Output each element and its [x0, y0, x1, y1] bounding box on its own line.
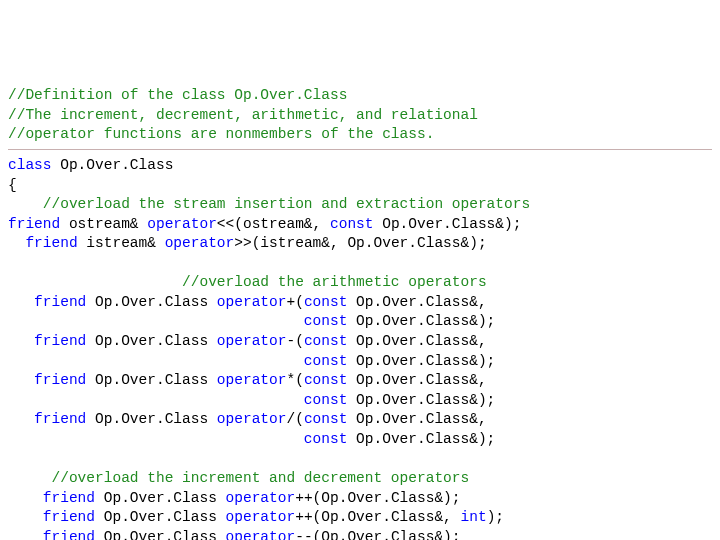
keyword-token: operator: [226, 490, 296, 506]
text-token: Op.Over.Class&,: [347, 411, 486, 427]
keyword-token: friend: [43, 509, 95, 525]
keyword-token: friend: [8, 216, 60, 232]
code-line: friend Op.Over.Class operator--(Op.Over.…: [8, 528, 712, 540]
text-token: [8, 490, 43, 506]
text-token: [8, 450, 17, 466]
text-token: {: [8, 177, 17, 193]
text-token: Op.Over.Class: [86, 411, 217, 427]
comment-token: //overload the arithmetic operators: [182, 274, 487, 290]
text-token: [8, 235, 25, 251]
text-token: ++(Op.Over.Class&,: [295, 509, 460, 525]
text-token: [8, 470, 52, 486]
code-line: const Op.Over.Class&);: [8, 391, 712, 411]
text-token: [8, 294, 34, 310]
text-token: /(: [286, 411, 303, 427]
code-line: friend ostream& operator<<(ostream&, con…: [8, 215, 712, 235]
keyword-token: operator: [217, 411, 287, 427]
text-token: [8, 353, 304, 369]
comment-token: //overload the increment and decrement o…: [52, 470, 470, 486]
keyword-token: int: [461, 509, 487, 525]
code-line: friend istream& operator>>(istream&, Op.…: [8, 234, 712, 254]
text-token: Op.Over.Class: [86, 294, 217, 310]
comment-token: //Definition of the class Op.Over.Class: [8, 87, 347, 103]
text-token: );: [487, 509, 504, 525]
keyword-token: operator: [217, 333, 287, 349]
code-line: const Op.Over.Class&);: [8, 430, 712, 450]
text-token: Op.Over.Class&);: [347, 353, 495, 369]
keyword-token: friend: [25, 235, 77, 251]
code-line: const Op.Over.Class&);: [8, 312, 712, 332]
text-token: Op.Over.Class&);: [347, 431, 495, 447]
code-line: class Op.Over.Class: [8, 156, 712, 176]
keyword-token: friend: [34, 372, 86, 388]
text-token: *(: [286, 372, 303, 388]
text-token: Op.Over.Class: [86, 333, 217, 349]
code-line: [8, 254, 712, 274]
text-token: +(: [286, 294, 303, 310]
text-token: Op.Over.Class: [95, 529, 226, 540]
text-token: Op.Over.Class: [52, 157, 174, 173]
text-token: [8, 274, 182, 290]
keyword-token: const: [304, 333, 348, 349]
text-token: ++(Op.Over.Class&);: [295, 490, 460, 506]
keyword-token: operator: [226, 509, 296, 525]
keyword-token: const: [304, 372, 348, 388]
keyword-token: operator: [217, 372, 287, 388]
text-token: [8, 255, 17, 271]
text-token: [8, 411, 34, 427]
code-line: const Op.Over.Class&);: [8, 352, 712, 372]
code-line: //The increment, decrement, arithmetic, …: [8, 106, 712, 126]
keyword-token: friend: [43, 529, 95, 540]
keyword-token: class: [8, 157, 52, 173]
keyword-token: const: [304, 411, 348, 427]
keyword-token: operator: [147, 216, 217, 232]
code-line: friend Op.Over.Class operator*(const Op.…: [8, 371, 712, 391]
keyword-token: friend: [34, 333, 86, 349]
text-token: [8, 372, 34, 388]
text-token: [8, 392, 304, 408]
text-token: [8, 196, 43, 212]
code-line: friend Op.Over.Class operator+(const Op.…: [8, 293, 712, 313]
comment-token: //The increment, decrement, arithmetic, …: [8, 107, 478, 123]
keyword-token: friend: [34, 411, 86, 427]
keyword-token: const: [330, 216, 374, 232]
keyword-token: friend: [43, 490, 95, 506]
text-token: [8, 313, 304, 329]
keyword-token: friend: [34, 294, 86, 310]
text-token: istream&: [78, 235, 165, 251]
code-line: //overload the arithmetic operators: [8, 273, 712, 293]
text-token: [8, 333, 34, 349]
text-token: -(: [286, 333, 303, 349]
text-token: <<(ostream&,: [217, 216, 330, 232]
text-token: [8, 431, 304, 447]
text-token: Op.Over.Class: [86, 372, 217, 388]
code-line: friend Op.Over.Class operator++(Op.Over.…: [8, 508, 712, 528]
text-token: Op.Over.Class&);: [347, 313, 495, 329]
text-token: Op.Over.Class&,: [347, 372, 486, 388]
code-line: [8, 449, 712, 469]
text-token: Op.Over.Class&);: [374, 216, 522, 232]
code-line: friend Op.Over.Class operator-(const Op.…: [8, 332, 712, 352]
text-token: Op.Over.Class&);: [347, 392, 495, 408]
text-token: --(Op.Over.Class&);: [295, 529, 460, 540]
comment-token: //operator functions are nonmembers of t…: [8, 126, 434, 142]
keyword-token: const: [304, 294, 348, 310]
code-line: //overload the increment and decrement o…: [8, 469, 712, 489]
text-token: [8, 509, 43, 525]
keyword-token: const: [304, 353, 348, 369]
keyword-token: const: [304, 431, 348, 447]
text-token: Op.Over.Class: [95, 509, 226, 525]
keyword-token: operator: [165, 235, 235, 251]
keyword-token: const: [304, 392, 348, 408]
separator: [8, 149, 712, 150]
keyword-token: operator: [226, 529, 296, 540]
code-line: {: [8, 176, 712, 196]
text-token: Op.Over.Class: [95, 490, 226, 506]
comment-token: //overload the stream insertion and extr…: [43, 196, 530, 212]
code-line: //Definition of the class Op.Over.Class: [8, 86, 712, 106]
text-token: ostream&: [60, 216, 147, 232]
text-token: Op.Over.Class&,: [347, 294, 486, 310]
keyword-token: const: [304, 313, 348, 329]
code-line: friend Op.Over.Class operator/(const Op.…: [8, 410, 712, 430]
text-token: [8, 529, 43, 540]
